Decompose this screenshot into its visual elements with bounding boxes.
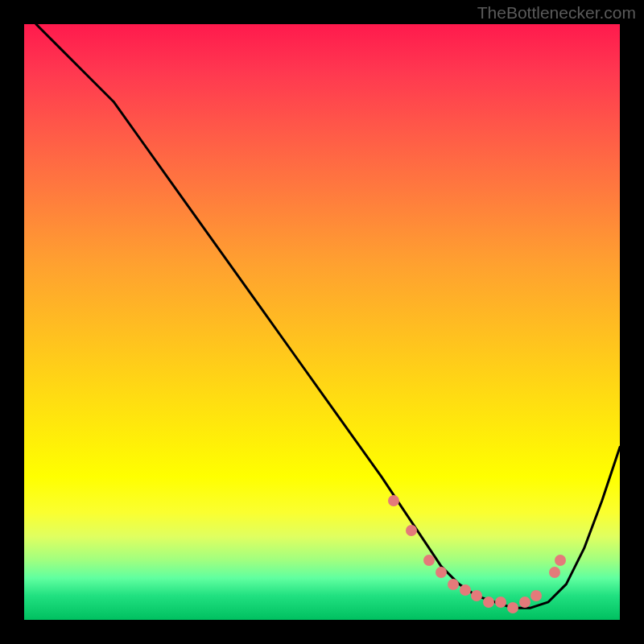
- data-marker: [507, 602, 518, 613]
- data-marker: [549, 567, 560, 578]
- data-marker: [471, 590, 482, 601]
- curve-canvas: [24, 24, 620, 620]
- data-marker: [406, 525, 417, 536]
- data-marker: [483, 597, 494, 608]
- data-marker: [495, 597, 506, 608]
- data-marker: [519, 597, 530, 608]
- data-marker: [436, 567, 447, 578]
- data-marker: [423, 555, 435, 566]
- data-marker: [460, 584, 471, 596]
- data-marker: [530, 590, 542, 601]
- data-marker: [555, 555, 566, 566]
- data-marker: [448, 579, 459, 590]
- data-marker: [388, 495, 399, 506]
- attribution-label: TheBottlenecker.com: [477, 3, 636, 23]
